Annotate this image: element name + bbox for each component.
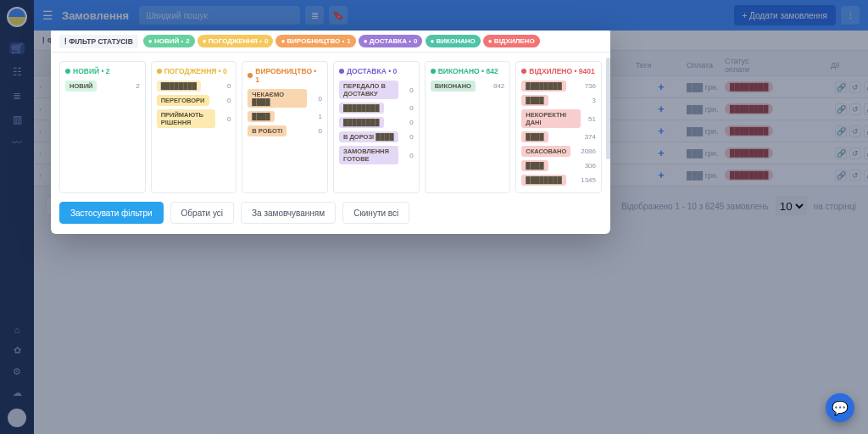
filter-column: ПОГОДЖЕННЯ • 0 ████████0ПЕРЕГОВОРИ0ПРИЙМ… — [151, 61, 237, 193]
filter-column-header: ВИКОНАНО • 842 — [431, 67, 505, 75]
status-chip[interactable]: ● ДОСТАВКА • 0 — [359, 35, 423, 47]
filter-item[interactable]: ████████0 — [339, 103, 414, 114]
filter-item[interactable]: В ДОРОЗІ ████0 — [339, 131, 414, 142]
status-chip[interactable]: ● НОВИЙ • 2 — [143, 35, 195, 47]
default-button[interactable]: За замовчуванням — [241, 202, 336, 224]
filter-item[interactable]: ПРИЙМАЮТЬ РІШЕННЯ0 — [157, 109, 231, 128]
modal-actions: Застосувати фільтри Обрати усі За замовч… — [51, 198, 610, 224]
filter-item[interactable]: ████████0 — [157, 81, 231, 92]
filter-item[interactable]: СКАСОВАНО2086 — [521, 146, 596, 157]
filter-item[interactable]: ЗАМОВЛЕННЯ ГОТОВЕ0 — [339, 146, 414, 164]
filter-column: НОВИЙ • 2 НОВИЙ2 — [59, 61, 146, 193]
filter-item[interactable]: В РОБОТІ0 — [248, 125, 322, 136]
status-chip[interactable]: ● ВІДХИЛЕНО — [483, 35, 540, 47]
status-chip[interactable]: ● ВИКОНАНО — [426, 35, 481, 47]
filter-item[interactable]: ПЕРЕГОВОРИ0 — [157, 95, 231, 106]
filter-grid: НОВИЙ • 2 НОВИЙ2 ПОГОДЖЕННЯ • 0 ████████… — [51, 53, 610, 198]
modal-scrollbar[interactable] — [606, 58, 610, 159]
select-all-button[interactable]: Обрати усі — [170, 202, 234, 224]
filter-column: ДОСТАВКА • 0 ПЕРЕДАЛО В ДОСТАВКУ0███████… — [333, 61, 420, 193]
filter-item[interactable]: НЕКОРЕКТНІ ДАНІ51 — [521, 109, 596, 128]
filter-item[interactable]: ████306 — [521, 160, 596, 171]
filter-item[interactable]: ████████0 — [339, 117, 414, 128]
modal-statusbar: ⵑ ФІЛЬТР СТАТУСІВ ● НОВИЙ • 2 ● ПОГОДЖЕН… — [51, 31, 610, 53]
filter-column-header: ВІДХИЛЕНО • 9401 — [521, 67, 596, 75]
filter-column: ВИКОНАНО • 842 ВИКОНАНО842 — [425, 61, 511, 193]
filter-item[interactable]: ████1 — [248, 111, 322, 122]
filter-item[interactable]: ЧЕКАЄМО ████0 — [248, 89, 322, 108]
filter-column-header: ВИРОБНИЦТВО • 1 — [248, 67, 322, 84]
filter-item[interactable]: ████374 — [521, 131, 596, 142]
filter-column-header: ДОСТАВКА • 0 — [339, 67, 414, 75]
filter-item[interactable]: ████████736 — [521, 81, 596, 92]
filter-column-header: ПОГОДЖЕННЯ • 0 — [157, 67, 231, 75]
chat-fab[interactable]: 💬 — [826, 393, 854, 422]
reset-button[interactable]: Скинути всі — [342, 202, 409, 224]
filter-label: ⵑ ФІЛЬТР СТАТУСІВ — [59, 35, 138, 48]
status-filter-modal: ⵑ ФІЛЬТР СТАТУСІВ ● НОВИЙ • 2 ● ПОГОДЖЕН… — [51, 31, 610, 234]
filter-column-header: НОВИЙ • 2 — [65, 67, 140, 75]
filter-column: ВІДХИЛЕНО • 9401 ████████736████3НЕКОРЕК… — [515, 61, 602, 193]
status-chip[interactable]: ● ПОГОДЖЕННЯ • 0 — [198, 35, 274, 47]
filter-item[interactable]: ████3 — [521, 95, 596, 106]
filter-column: ВИРОБНИЦТВО • 1 ЧЕКАЄМО ████0████1В РОБО… — [242, 61, 328, 193]
status-chip[interactable]: ● ВИРОБНИЦТВО • 1 — [275, 35, 355, 47]
filter-item[interactable]: ████████1345 — [521, 175, 596, 186]
filter-item[interactable]: ВИКОНАНО842 — [431, 81, 505, 92]
filter-item[interactable]: НОВИЙ2 — [65, 81, 140, 92]
apply-button[interactable]: Застосувати фільтри — [59, 202, 164, 224]
filter-item[interactable]: ПЕРЕДАЛО В ДОСТАВКУ0 — [339, 81, 414, 99]
